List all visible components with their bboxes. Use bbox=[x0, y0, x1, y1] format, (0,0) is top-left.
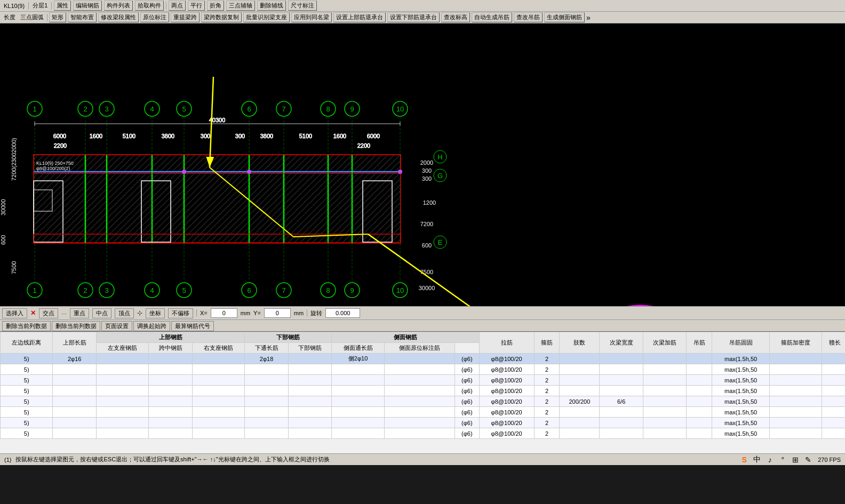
td-4-17[interactable] bbox=[770, 396, 822, 407]
td-5-15[interactable] bbox=[687, 407, 712, 418]
td-2-6[interactable] bbox=[288, 375, 332, 386]
td-6-17[interactable] bbox=[770, 418, 822, 428]
delete-cur-col-btn[interactable]: 删除当前列数据 bbox=[52, 321, 100, 331]
td-2-15[interactable] bbox=[687, 375, 712, 386]
td-4-3[interactable] bbox=[149, 396, 193, 407]
delete-prev-col-btn[interactable]: 删除当前列数据 bbox=[2, 321, 51, 331]
td-1-7[interactable] bbox=[332, 364, 384, 375]
td-6-5[interactable] bbox=[245, 418, 289, 428]
set-bottom-btn[interactable]: 设置下部筋退承台 bbox=[387, 12, 440, 22]
td-4-7[interactable] bbox=[332, 396, 384, 407]
td-3-5[interactable] bbox=[245, 386, 289, 396]
td-7-2[interactable] bbox=[96, 428, 148, 439]
td-6-13[interactable] bbox=[600, 418, 643, 428]
table-row[interactable]: 5) (φ6) φ8@100/20 2 max(1.5h,50 bbox=[1, 375, 846, 386]
td-0-14[interactable] bbox=[643, 354, 687, 364]
td-4-1[interactable] bbox=[53, 396, 97, 407]
td-0-18[interactable] bbox=[822, 354, 845, 364]
td-6-2[interactable] bbox=[96, 418, 148, 428]
s-icon[interactable]: S bbox=[739, 454, 750, 465]
pick-component-btn[interactable]: 拾取构件 bbox=[135, 1, 164, 11]
td-1-13[interactable] bbox=[600, 364, 643, 375]
property-btn[interactable]: 属性 bbox=[54, 1, 71, 11]
td-1-18[interactable] bbox=[822, 364, 845, 375]
td-0-2[interactable] bbox=[96, 354, 148, 364]
re-extract-btn[interactable]: 重提梁跨 bbox=[171, 12, 200, 22]
td-2-18[interactable] bbox=[822, 375, 845, 386]
table-row[interactable]: 5) (φ6) φ8@100/20 2 max(1.5h,50 bbox=[1, 386, 846, 396]
music-icon[interactable]: ♪ bbox=[764, 454, 775, 465]
td-1-6[interactable] bbox=[288, 364, 332, 375]
td-1-5[interactable] bbox=[245, 364, 289, 375]
pencil-icon[interactable]: ✎ bbox=[803, 454, 814, 465]
td-5-1[interactable] bbox=[53, 407, 97, 418]
td-5-12[interactable] bbox=[560, 407, 600, 418]
table-area[interactable]: 左边线距离 上部长筋 上部钢筋 下部钢筋 侧面钢筋 拉筋 箍筋 肢数 次梁宽度 … bbox=[0, 332, 845, 453]
td-3-6[interactable] bbox=[288, 386, 332, 396]
td-1-1[interactable] bbox=[53, 364, 97, 375]
batch-identify-btn[interactable]: 批量识别梁支座 bbox=[243, 12, 290, 22]
td-3-2[interactable] bbox=[96, 386, 148, 396]
td-1-15[interactable] bbox=[687, 364, 712, 375]
zhong-icon[interactable]: 中 bbox=[752, 454, 762, 465]
modify-beam-btn[interactable]: 修改梁段属性 bbox=[98, 12, 139, 22]
td-4-5[interactable] bbox=[245, 396, 289, 407]
td-3-1[interactable] bbox=[53, 386, 97, 396]
td-0-17[interactable] bbox=[770, 354, 822, 364]
td-5-7[interactable] bbox=[332, 407, 384, 418]
gen-side-btn[interactable]: 生成侧面钢筋 bbox=[544, 12, 585, 22]
td-4-4[interactable] bbox=[192, 396, 244, 407]
page-settings-btn[interactable]: 页面设置 bbox=[101, 321, 132, 331]
td-2-1[interactable] bbox=[53, 375, 97, 386]
td-3-4[interactable] bbox=[192, 386, 244, 396]
td-3-15[interactable] bbox=[687, 386, 712, 396]
cross-point-btn[interactable]: 交点 bbox=[39, 308, 58, 318]
td-4-14[interactable] bbox=[643, 396, 687, 407]
td-5-2[interactable] bbox=[96, 407, 148, 418]
td-2-2[interactable] bbox=[96, 375, 148, 386]
table-row[interactable]: 5) (φ6) φ8@100/20 2 max(1.5h,50 bbox=[1, 428, 846, 439]
td-4-8[interactable] bbox=[384, 396, 455, 407]
td-7-8[interactable] bbox=[384, 428, 455, 439]
x-input[interactable] bbox=[211, 308, 237, 318]
angle-btn[interactable]: 折角 bbox=[207, 1, 224, 11]
td-1-17[interactable] bbox=[770, 364, 822, 375]
copy-data-btn[interactable]: 梁跨数据复制 bbox=[201, 12, 242, 22]
td-3-13[interactable] bbox=[600, 386, 643, 396]
three-point-aux-btn[interactable]: 三点辅轴 bbox=[226, 1, 255, 11]
rotate-input[interactable] bbox=[325, 308, 360, 318]
td-5-18[interactable] bbox=[822, 407, 845, 418]
td-1-8[interactable] bbox=[384, 364, 455, 375]
td-3-12[interactable] bbox=[560, 386, 600, 396]
td-7-18[interactable] bbox=[822, 428, 845, 439]
td-7-17[interactable] bbox=[770, 428, 822, 439]
td-5-13[interactable] bbox=[600, 407, 643, 418]
two-point-btn[interactable]: 两点 bbox=[169, 1, 186, 11]
td-3-18[interactable] bbox=[822, 386, 845, 396]
delete-aux-btn[interactable]: 删除辅线 bbox=[257, 1, 286, 11]
more-btn[interactable]: » bbox=[586, 13, 591, 22]
no-offset-btn[interactable]: 不偏移 bbox=[168, 308, 193, 318]
td-0-7[interactable]: 侧2φ10 bbox=[332, 354, 384, 364]
td-2-4[interactable] bbox=[192, 375, 244, 386]
td-6-4[interactable] bbox=[192, 418, 244, 428]
td-7-1[interactable] bbox=[53, 428, 97, 439]
coord-btn[interactable]: 坐标 bbox=[146, 308, 165, 318]
td-6-1[interactable] bbox=[53, 418, 97, 428]
set-top-btn[interactable]: 设置上部筋退承台 bbox=[333, 12, 386, 22]
td-6-6[interactable] bbox=[288, 418, 332, 428]
table-row[interactable]: 5) (φ6) φ8@100/20 2 200/200 6/6 max(1.5h… bbox=[1, 396, 846, 407]
td-6-12[interactable] bbox=[560, 418, 600, 428]
select-btn[interactable]: 选择入 bbox=[2, 308, 27, 318]
td-6-18[interactable] bbox=[822, 418, 845, 428]
td-2-3[interactable] bbox=[149, 375, 193, 386]
swap-start-span-btn[interactable]: 调换起始跨 bbox=[133, 321, 170, 331]
td-5-14[interactable] bbox=[643, 407, 687, 418]
td-3-7[interactable] bbox=[332, 386, 384, 396]
td-1-12[interactable] bbox=[560, 364, 600, 375]
td-4-15[interactable] bbox=[687, 396, 712, 407]
table-row[interactable]: 5) (φ6) φ8@100/20 2 max(1.5h,50 bbox=[1, 364, 846, 375]
degree-icon[interactable]: ° bbox=[777, 454, 788, 465]
td-1-2[interactable] bbox=[96, 364, 148, 375]
td-5-6[interactable] bbox=[288, 407, 332, 418]
